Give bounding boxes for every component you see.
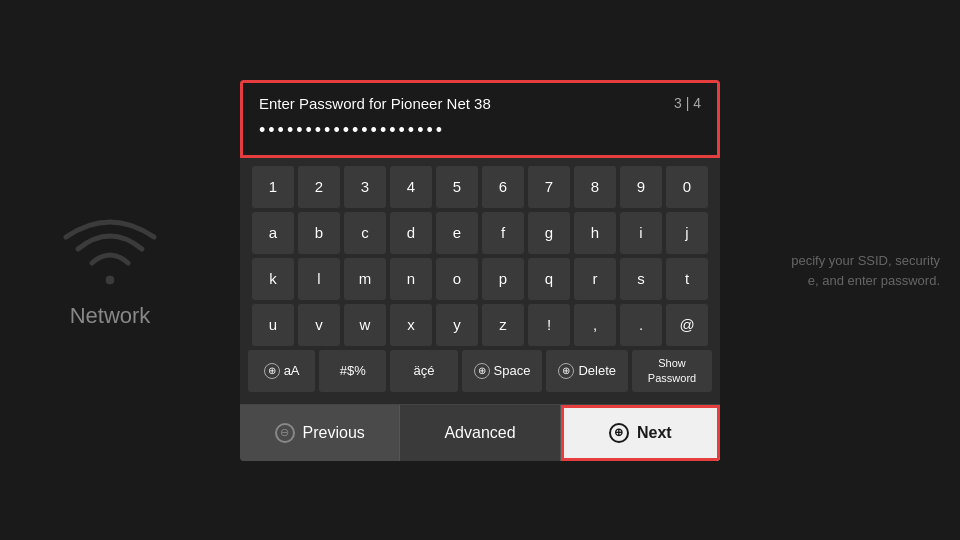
password-section: Enter Password for Pioneer Net 38 3 | 4 … bbox=[240, 80, 720, 158]
key-m[interactable]: m bbox=[344, 258, 386, 300]
key-shift[interactable]: ⊕ aA bbox=[248, 350, 315, 392]
key-t[interactable]: t bbox=[666, 258, 708, 300]
password-input-display[interactable]: •••••••••••••••••••• bbox=[243, 116, 717, 155]
key-e[interactable]: e bbox=[436, 212, 478, 254]
key-accents[interactable]: äçé bbox=[390, 350, 457, 392]
key-period[interactable]: . bbox=[620, 304, 662, 346]
key-7[interactable]: 7 bbox=[528, 166, 570, 208]
key-4[interactable]: 4 bbox=[390, 166, 432, 208]
key-s[interactable]: s bbox=[620, 258, 662, 300]
next-button[interactable]: ⊕ Next bbox=[561, 405, 720, 461]
previous-button[interactable]: ⊖ Previous bbox=[240, 405, 399, 461]
key-at[interactable]: @ bbox=[666, 304, 708, 346]
key-space[interactable]: ⊕ Space bbox=[462, 350, 543, 392]
key-9[interactable]: 9 bbox=[620, 166, 662, 208]
key-j[interactable]: j bbox=[666, 212, 708, 254]
password-header-row: Enter Password for Pioneer Net 38 3 | 4 bbox=[243, 83, 717, 116]
key-comma[interactable]: , bbox=[574, 304, 616, 346]
key-b[interactable]: b bbox=[298, 212, 340, 254]
on-screen-keyboard: 1 2 3 4 5 6 7 8 9 0 a b c d e f g h i j … bbox=[240, 158, 720, 404]
keyboard-row-special: ⊕ aA #$% äçé ⊕ Space ⊕ Delete ShowPasswo… bbox=[248, 350, 712, 392]
key-1[interactable]: 1 bbox=[252, 166, 294, 208]
key-k[interactable]: k bbox=[252, 258, 294, 300]
key-p[interactable]: p bbox=[482, 258, 524, 300]
next-icon: ⊕ bbox=[609, 423, 629, 443]
background-network: Network bbox=[60, 211, 160, 329]
key-r[interactable]: r bbox=[574, 258, 616, 300]
keyboard-row-a-j: a b c d e f g h i j bbox=[248, 212, 712, 254]
key-v[interactable]: v bbox=[298, 304, 340, 346]
bottom-button-bar: ⊖ Previous Advanced ⊕ Next bbox=[240, 404, 720, 461]
wifi-icon bbox=[60, 211, 160, 291]
key-q[interactable]: q bbox=[528, 258, 570, 300]
step-indicator: 3 | 4 bbox=[674, 95, 701, 111]
key-8[interactable]: 8 bbox=[574, 166, 616, 208]
key-2[interactable]: 2 bbox=[298, 166, 340, 208]
key-z[interactable]: z bbox=[482, 304, 524, 346]
key-i[interactable]: i bbox=[620, 212, 662, 254]
network-label: Network bbox=[70, 303, 151, 329]
key-y[interactable]: y bbox=[436, 304, 478, 346]
key-h[interactable]: h bbox=[574, 212, 616, 254]
keyboard-row-numbers: 1 2 3 4 5 6 7 8 9 0 bbox=[248, 166, 712, 208]
key-n[interactable]: n bbox=[390, 258, 432, 300]
key-o[interactable]: o bbox=[436, 258, 478, 300]
keyboard-row-u-at: u v w x y z ! , . @ bbox=[248, 304, 712, 346]
advanced-button[interactable]: Advanced bbox=[399, 405, 560, 461]
key-3[interactable]: 3 bbox=[344, 166, 386, 208]
keyboard-row-k-t: k l m n o p q r s t bbox=[248, 258, 712, 300]
password-title: Enter Password for Pioneer Net 38 bbox=[259, 95, 491, 112]
key-symbols[interactable]: #$% bbox=[319, 350, 386, 392]
key-g[interactable]: g bbox=[528, 212, 570, 254]
key-c[interactable]: c bbox=[344, 212, 386, 254]
key-show-password[interactable]: ShowPassword bbox=[632, 350, 712, 392]
key-w[interactable]: w bbox=[344, 304, 386, 346]
key-d[interactable]: d bbox=[390, 212, 432, 254]
key-x[interactable]: x bbox=[390, 304, 432, 346]
key-0[interactable]: 0 bbox=[666, 166, 708, 208]
key-f[interactable]: f bbox=[482, 212, 524, 254]
key-delete[interactable]: ⊕ Delete bbox=[546, 350, 628, 392]
background-hint-text: pecify your SSID, security e, and enter … bbox=[780, 251, 940, 290]
key-6[interactable]: 6 bbox=[482, 166, 524, 208]
key-exclaim[interactable]: ! bbox=[528, 304, 570, 346]
password-dialog: Enter Password for Pioneer Net 38 3 | 4 … bbox=[240, 80, 720, 461]
key-u[interactable]: u bbox=[252, 304, 294, 346]
previous-icon: ⊖ bbox=[275, 423, 295, 443]
key-a[interactable]: a bbox=[252, 212, 294, 254]
key-5[interactable]: 5 bbox=[436, 166, 478, 208]
key-l[interactable]: l bbox=[298, 258, 340, 300]
